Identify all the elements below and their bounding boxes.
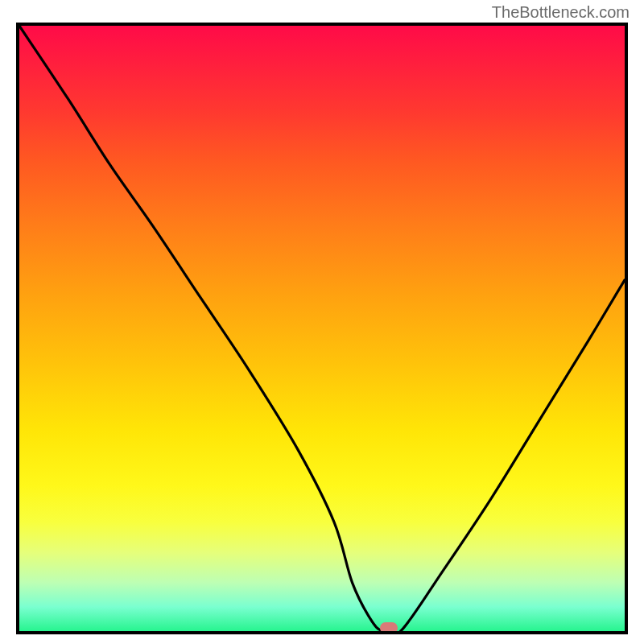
chart-container: TheBottleneck.com <box>0 0 644 644</box>
plot-area <box>16 23 628 634</box>
watermark-label: TheBottleneck.com <box>492 3 630 22</box>
bottleneck-curve <box>19 26 625 631</box>
optimal-point-marker <box>380 622 398 634</box>
